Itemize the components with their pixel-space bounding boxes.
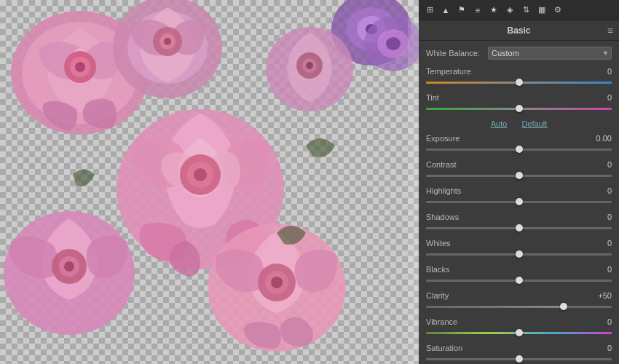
- default-button[interactable]: Default: [521, 119, 547, 128]
- star-icon[interactable]: ★: [487, 4, 500, 17]
- svg-rect-33: [408, 0, 419, 364]
- vibrance-label: Vibrance: [426, 317, 457, 326]
- highlights-label: Highlights: [426, 186, 461, 195]
- exposure-label: Exposure: [426, 134, 460, 143]
- svg-point-11: [75, 62, 85, 72]
- tint-row: Tint 0: [426, 93, 612, 114]
- shadows-track: [426, 223, 612, 233]
- grid-icon[interactable]: ⊞: [423, 4, 436, 17]
- temperature-slider[interactable]: [426, 82, 612, 84]
- tint-track: [426, 103, 612, 114]
- exposure-value: 0.00: [590, 134, 612, 143]
- temperature-label: Temperature: [426, 67, 471, 76]
- tint-label: Tint: [426, 93, 439, 102]
- clarity-value: +50: [590, 291, 612, 300]
- whites-row: Whites 0: [426, 239, 612, 259]
- whites-label: Whites: [426, 239, 451, 248]
- auto-default-row: Auto Default: [426, 119, 612, 128]
- flower-image: [0, 0, 419, 364]
- highlights-slider[interactable]: [426, 201, 612, 203]
- blacks-label: Blacks: [426, 265, 449, 274]
- panel-menu-icon[interactable]: ≡: [607, 25, 613, 36]
- shadows-slider[interactable]: [426, 227, 612, 229]
- whites-slider[interactable]: [426, 253, 612, 256]
- highlights-value: 0: [590, 186, 612, 195]
- svg-point-24: [64, 261, 74, 272]
- sort-icon[interactable]: ⇅: [519, 4, 532, 17]
- clarity-row: Clarity +50: [426, 291, 612, 312]
- panel-header: Basic ≡: [419, 20, 619, 41]
- saturation-label: Saturation: [426, 344, 462, 352]
- blacks-value: 0: [590, 265, 612, 274]
- temperature-value: 0: [590, 67, 612, 76]
- temperature-row: Temperature 0: [426, 67, 612, 87]
- temperature-track: [426, 77, 612, 87]
- shadows-value: 0: [590, 213, 612, 221]
- contrast-label: Contrast: [426, 160, 457, 169]
- contrast-row: Contrast 0: [426, 160, 612, 181]
- layers-icon[interactable]: ≡: [471, 4, 484, 17]
- image-panel: [0, 0, 419, 364]
- clarity-track: [426, 301, 612, 312]
- svg-point-16: [164, 38, 171, 45]
- auto-button[interactable]: Auto: [491, 119, 508, 128]
- triangle-icon[interactable]: ▲: [439, 4, 452, 17]
- blacks-slider[interactable]: [426, 280, 612, 282]
- svg-point-20: [194, 168, 207, 181]
- white-balance-select-wrapper: Custom As Shot Auto Daylight Cloudy Shad…: [488, 47, 612, 60]
- saturation-slider[interactable]: [426, 358, 612, 360]
- toolbar: ⊞ ▲ ⚑ ≡ ★ ◈ ⇅ ▦ ⚙: [419, 0, 619, 20]
- clarity-label: Clarity: [426, 291, 449, 300]
- saturation-row: Saturation 0: [426, 344, 612, 364]
- saturation-value: 0: [590, 344, 612, 352]
- svg-point-6: [386, 37, 401, 50]
- right-panel: ⊞ ▲ ⚑ ≡ ★ ◈ ⇅ ▦ ⚙ Basic ≡ White Balance:…: [419, 0, 619, 364]
- shadows-label: Shadows: [426, 213, 459, 221]
- white-balance-select[interactable]: Custom As Shot Auto Daylight Cloudy Shad…: [488, 47, 612, 60]
- clarity-slider[interactable]: [426, 306, 612, 308]
- white-balance-label: White Balance:: [426, 49, 488, 58]
- panel-title: Basic: [507, 25, 530, 36]
- contrast-track: [426, 170, 612, 181]
- whites-track: [426, 249, 612, 259]
- highlights-row: Highlights 0: [426, 186, 612, 207]
- vibrance-track: [426, 328, 612, 338]
- tint-slider[interactable]: [426, 108, 612, 110]
- panel-content[interactable]: White Balance: Custom As Shot Auto Dayli…: [419, 41, 619, 364]
- blacks-row: Blacks 0: [426, 265, 612, 285]
- shadows-row: Shadows 0: [426, 213, 612, 233]
- contrast-value: 0: [590, 160, 612, 169]
- histogram-icon[interactable]: ▦: [535, 4, 548, 17]
- filter-icon[interactable]: ◈: [503, 4, 516, 17]
- whites-value: 0: [590, 239, 612, 248]
- exposure-slider[interactable]: [426, 149, 612, 151]
- svg-point-32: [306, 62, 313, 69]
- vibrance-row: Vibrance 0: [426, 317, 612, 338]
- svg-point-28: [271, 277, 283, 288]
- blacks-track: [426, 275, 612, 285]
- exposure-track: [426, 144, 612, 154]
- contrast-slider[interactable]: [426, 175, 612, 177]
- settings-icon[interactable]: ⚙: [551, 4, 564, 17]
- white-balance-row: White Balance: Custom As Shot Auto Dayli…: [426, 47, 612, 60]
- saturation-track: [426, 354, 612, 364]
- tint-value: 0: [590, 93, 612, 102]
- flag-icon[interactable]: ⚑: [455, 4, 468, 17]
- vibrance-value: 0: [590, 317, 612, 326]
- highlights-track: [426, 197, 612, 207]
- exposure-row: Exposure 0.00: [426, 134, 612, 154]
- vibrance-slider[interactable]: [426, 332, 612, 334]
